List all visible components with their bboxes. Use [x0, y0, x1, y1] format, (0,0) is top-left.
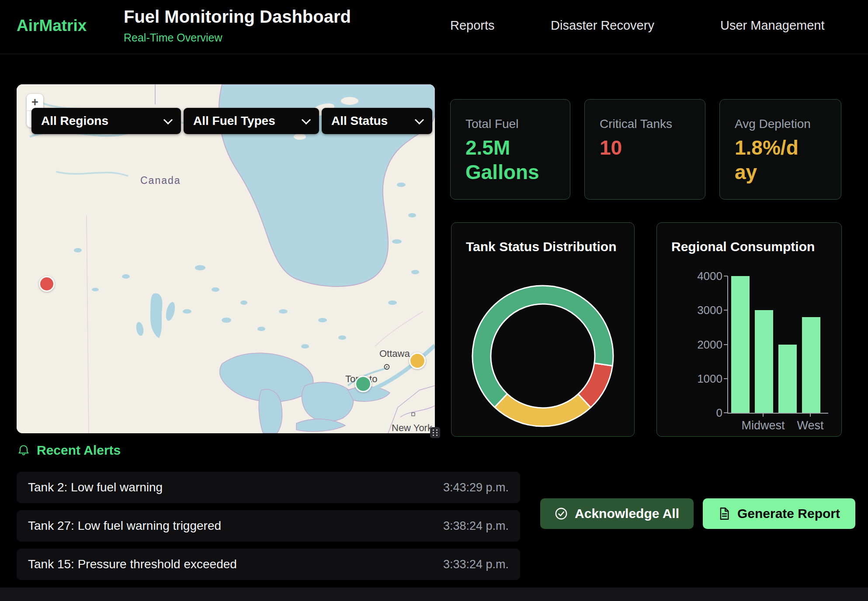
donut-segment-warning: [495, 394, 591, 426]
generate-report-button[interactable]: Generate Report: [703, 498, 855, 529]
y-axis-tick: [724, 276, 728, 276]
alert-message: Tank 2: Low fuel warning: [28, 480, 163, 494]
stat-value-total-fuel: 2.5M Gallons: [465, 135, 557, 184]
y-axis-tick-label: 0: [670, 406, 722, 420]
stat-value-critical-tanks: 10: [600, 135, 622, 160]
map-label-canada: Canada: [140, 175, 181, 186]
stat-value-avg-depletion: 1.8%/day: [735, 135, 805, 184]
x-axis-tick: [810, 413, 811, 417]
y-axis-tick: [724, 378, 728, 379]
stat-label: Total Fuel: [465, 117, 518, 131]
stat-label: Critical Tanks: [600, 117, 672, 131]
app-header: AirMatrix Fuel Monitoring Dashboard Real…: [0, 0, 868, 54]
nav-user-management[interactable]: User Management: [720, 18, 825, 33]
brand-logo: AirMatrix: [17, 17, 87, 35]
status-filter-value: All Status: [331, 114, 388, 128]
y-axis-tick: [724, 310, 728, 311]
tank-marker-critical[interactable]: [39, 276, 55, 292]
ottawa-city-dot: [386, 366, 387, 367]
chevron-down-icon: [415, 115, 424, 124]
page-subtitle: Real-Time Overview: [124, 31, 222, 44]
alert-timestamp: 3:43:29 p.m.: [443, 481, 509, 494]
tank-status-donut-chart: [451, 223, 635, 437]
generate-report-label: Generate Report: [737, 506, 840, 521]
bar-1: [755, 310, 773, 413]
y-axis-tick-label: 3000: [670, 304, 722, 317]
tank-status-card: Tank Status Distribution: [451, 222, 635, 437]
bottom-bar: [0, 587, 868, 601]
bar-0: [731, 276, 750, 413]
alert-message: Tank 27: Low fuel warning triggered: [28, 519, 221, 533]
donut-chart-title: Tank Status Distribution: [466, 239, 616, 254]
chevron-down-icon: [163, 115, 173, 124]
alert-timestamp: 3:38:24 p.m.: [443, 519, 509, 533]
bar-2: [778, 345, 797, 413]
alert-row[interactable]: Tank 15: Pressure threshold exceeded 3:3…: [17, 549, 520, 580]
map-label-ottawa: Ottawa: [379, 348, 410, 359]
alert-row[interactable]: Tank 2: Low fuel warning 3:43:29 p.m.: [17, 472, 520, 503]
stat-label: Avg Depletion: [735, 117, 811, 131]
map-resize-handle[interactable]: [430, 427, 440, 438]
map-label-new-york: New York: [392, 422, 433, 433]
nav-disaster-recovery[interactable]: Disaster Recovery: [551, 18, 654, 33]
stat-card-avg-depletion: Avg Depletion 1.8%/day: [719, 99, 841, 200]
alert-message: Tank 15: Pressure threshold exceeded: [28, 557, 237, 571]
map-filter-bar: All Regions All Fuel Types All Status: [31, 108, 432, 134]
newyork-city-icon: [412, 413, 415, 416]
alerts-header: Recent Alerts: [17, 443, 121, 458]
y-axis-tick-label: 4000: [670, 269, 722, 283]
tank-marker-warning[interactable]: [409, 352, 426, 369]
acknowledge-all-label: Acknowledge All: [575, 506, 679, 521]
stat-card-total-fuel: Total Fuel 2.5M Gallons: [450, 99, 570, 200]
acknowledge-all-button[interactable]: Acknowledge All: [540, 498, 694, 529]
dashboard-root: AirMatrix Fuel Monitoring Dashboard Real…: [0, 0, 868, 601]
bar-3: [802, 317, 820, 413]
x-axis-tick: [763, 413, 764, 417]
x-axis-tick-label: West: [780, 419, 841, 432]
page-title: Fuel Monitoring Dashboard: [124, 7, 351, 27]
map-panel[interactable]: Canada Ottawa Toronto New York + − All R…: [17, 84, 435, 433]
bar-chart-title: Regional Consumption: [671, 239, 815, 254]
alert-timestamp: 3:33:24 p.m.: [443, 558, 509, 571]
y-axis-tick: [724, 344, 728, 345]
bar-plot-area: [727, 276, 828, 414]
alerts-title: Recent Alerts: [37, 443, 121, 458]
region-filter-dropdown[interactable]: All Regions: [31, 108, 181, 134]
tank-marker-normal[interactable]: [355, 376, 372, 392]
fuel-type-filter-dropdown[interactable]: All Fuel Types: [184, 108, 319, 134]
y-axis-tick: [724, 412, 728, 413]
status-filter-dropdown[interactable]: All Status: [322, 108, 432, 134]
regional-consumption-card: Regional Consumption 01000200030004000Mi…: [656, 222, 842, 437]
y-axis-tick-label: 1000: [670, 372, 722, 386]
bell-icon: [17, 444, 30, 456]
chevron-down-icon: [302, 115, 311, 124]
check-circle-icon: [555, 507, 568, 520]
stat-card-critical-tanks: Critical Tanks 10: [584, 99, 705, 200]
document-icon: [718, 507, 730, 520]
nav-reports[interactable]: Reports: [450, 18, 495, 33]
map-canvas: Canada Ottawa Toronto New York: [17, 84, 435, 433]
region-filter-value: All Regions: [41, 114, 108, 128]
fuel-type-filter-value: All Fuel Types: [193, 114, 275, 128]
y-axis-tick-label: 2000: [670, 338, 722, 352]
alert-row[interactable]: Tank 27: Low fuel warning triggered 3:38…: [17, 510, 520, 542]
